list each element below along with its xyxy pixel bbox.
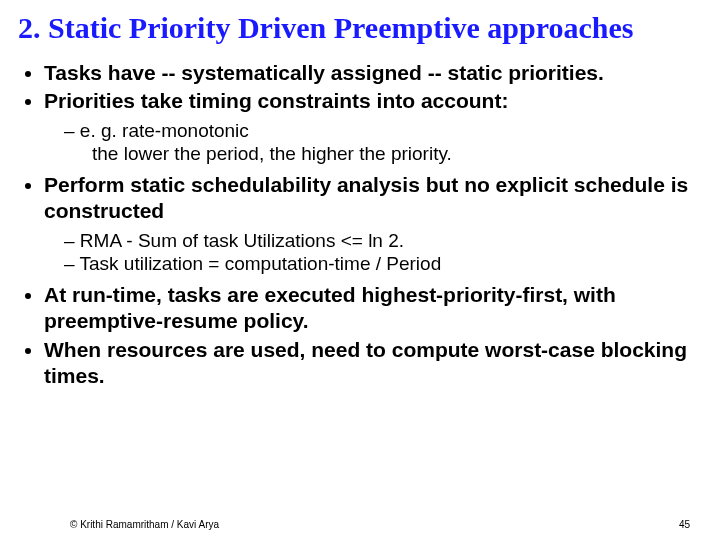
bullet-2-sub-1a: e. g. rate-monotonic [80,120,249,141]
slide-title: 2. Static Priority Driven Preemptive app… [18,10,702,46]
bullet-3-sub-1: RMA - Sum of task Utilizations <= ln 2. [64,229,702,253]
footer: © Krithi Ramamritham / Kavi Arya 45 [70,519,690,530]
footer-credit: © Krithi Ramamritham / Kavi Arya [70,519,219,530]
bullet-3: Perform static schedulability analysis b… [44,172,702,225]
bullet-4: At run-time, tasks are executed highest-… [44,282,702,335]
bullet-1: Tasks have -- systematically assigned --… [44,60,702,86]
slide-number: 45 [679,519,690,530]
bullet-3-sub-2: Task utilization = computation-time / Pe… [64,252,702,276]
bullet-2-sub: e. g. rate-monotonic the lower the perio… [44,119,702,167]
bullet-2-sub-1b: the lower the period, the higher the pri… [64,142,702,166]
bullet-5: When resources are used, need to compute… [44,337,702,390]
bullet-2-sub-1: e. g. rate-monotonic the lower the perio… [64,119,702,167]
bullet-3-sub: RMA - Sum of task Utilizations <= ln 2. … [44,229,702,277]
bullet-list: Tasks have -- systematically assigned --… [18,60,702,389]
bullet-2: Priorities take timing constraints into … [44,88,702,114]
